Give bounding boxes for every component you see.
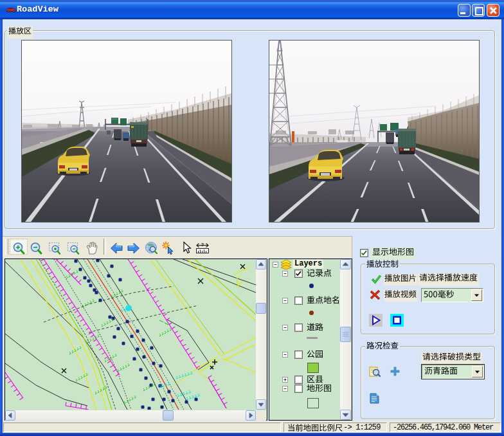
svg-text:?: ? xyxy=(201,242,204,248)
